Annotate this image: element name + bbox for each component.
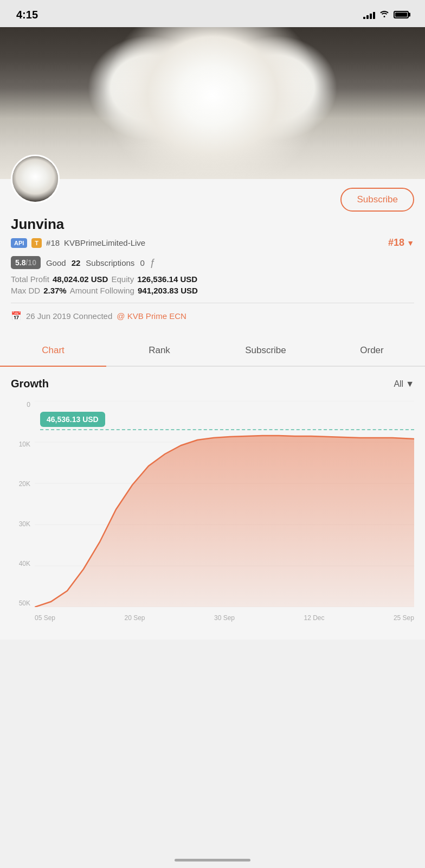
badges-row: API T #18 KVBPrimeLimited-Live #18 ▼ [11,237,414,248]
calendar-icon: 📅 [11,311,22,321]
dd-row: Max DD 2.37% Amount Following 941,203.83… [11,286,414,295]
api-badge: API [11,238,27,248]
total-profit-value: 48,024.02 USD [53,275,108,284]
status-bar: 4:15 [0,0,425,27]
y-label-30k: 30K [11,520,30,528]
y-label-40k: 40K [11,560,30,567]
subscriptions-count: 22 [72,258,81,267]
chart-container: 50K 40K 30K 20K 10K 0 46,536.13 USD [11,401,414,629]
t-badge: T [31,238,42,248]
tab-chart[interactable]: Chart [0,335,106,366]
status-time: 4:15 [16,9,38,21]
x-label-25sep: 25 Sep [394,614,414,622]
chart-x-axis: 05 Sep 20 Sep 30 Sep 12 Dec 25 Sep [35,607,414,629]
equity-label: Equity [111,275,134,284]
chart-tooltip: 46,536.13 USD [40,412,105,427]
coin-count: 0 [140,258,144,267]
tabs-row: Chart Rank Subscribe Order [0,335,425,367]
tab-rank[interactable]: Rank [106,335,212,366]
chevron-down-icon: ▼ [405,379,414,389]
chart-header: Growth All ▼ [11,378,414,390]
chart-dashed-line [40,429,414,430]
tab-subscribe[interactable]: Subscribe [212,335,319,366]
broker-link[interactable]: @ KVB Prime ECN [117,311,186,321]
chart-section: Growth All ▼ 50K 40K 30K 20K 10K 0 46,53… [0,367,425,640]
equity-value: 126,536.14 USD [137,275,197,284]
x-label-12dec: 12 Dec [304,614,324,622]
score-badge: 5.8/10 [11,256,41,269]
y-label-0: 0 [11,401,30,409]
amount-following-label: Amount Following [70,286,134,295]
hero-image [0,27,425,179]
subscribe-button[interactable]: Subscribe [340,188,414,212]
date-row: 📅 26 Jun 2019 Connected @ KVB Prime ECN [11,311,414,321]
max-dd-label: Max DD [11,286,40,295]
chart-svg [35,401,414,607]
max-dd-value: 2.37% [43,286,67,295]
rank-display: #18 ▼ [388,237,414,248]
x-label-05sep: 05 Sep [35,614,55,622]
x-label-20sep: 20 Sep [124,614,145,622]
y-label-20k: 20K [11,480,30,488]
total-profit-label: Total Profit [11,275,49,284]
status-icons [363,10,409,20]
profit-row: Total Profit 48,024.02 USD Equity 126,53… [11,275,414,284]
coin-icon: ƒ [150,257,156,269]
stats-row: 5.8/10 Good 22 Subscriptions 0 ƒ [11,256,414,269]
rank-badge: #18 [46,238,60,247]
y-label-10k: 10K [11,441,30,448]
chart-area: 46,536.13 USD [35,401,414,607]
rank-arrow-icon: ▼ [407,239,414,247]
divider [11,303,414,303]
chart-y-axis: 50K 40K 30K 20K 10K 0 [11,401,35,607]
date-connected: 26 Jun 2019 Connected [26,311,112,321]
home-indicator [175,859,250,861]
wifi-icon [379,10,389,20]
signal-icon [363,10,375,19]
profile-section: Subscribe Junvina API T #18 KVBPrimeLimi… [0,179,425,335]
username: Junvina [11,216,414,233]
subscriptions-label: Subscriptions [86,258,134,267]
x-label-30sep: 30 Sep [214,614,235,622]
filter-button[interactable]: All ▼ [394,379,414,389]
score-label: Good [46,258,66,267]
battery-icon [394,11,409,18]
y-label-50k: 50K [11,599,30,607]
avatar [11,155,60,203]
amount-following-value: 941,203.83 USD [138,286,198,295]
chart-title: Growth [11,378,49,390]
tab-order[interactable]: Order [319,335,425,366]
broker-name: KVBPrimeLimited-Live [64,238,145,247]
